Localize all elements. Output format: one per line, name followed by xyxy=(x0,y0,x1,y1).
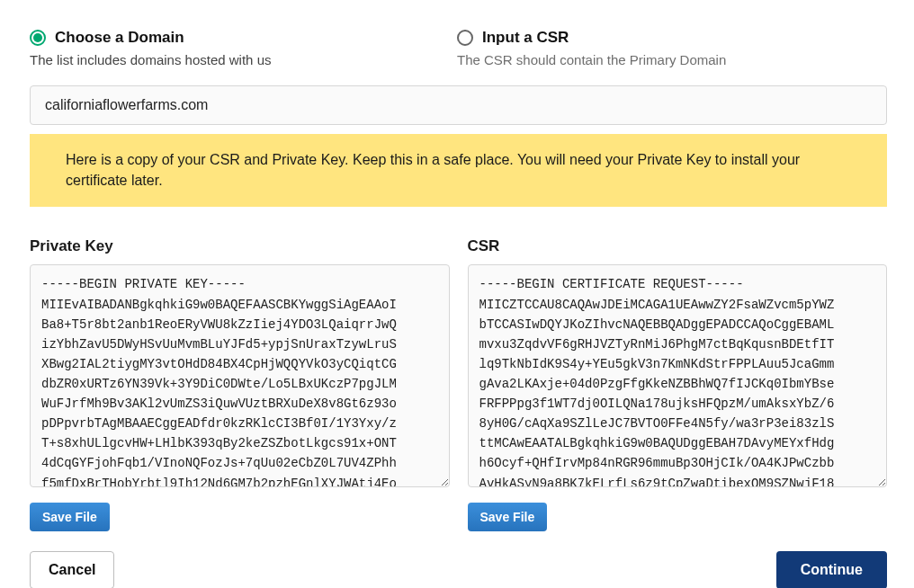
domain-source-options: Choose a Domain The list includes domain… xyxy=(30,29,884,67)
option-title-choose-domain: Choose a Domain xyxy=(55,29,184,47)
private-key-heading: Private Key xyxy=(30,237,450,255)
radio-input-csr[interactable]: Input a CSR xyxy=(457,29,884,47)
option-sub-input-csr: The CSR should contain the Primary Domai… xyxy=(457,52,884,67)
domain-input-container xyxy=(30,85,887,125)
option-sub-choose-domain: The list includes domains hosted with us xyxy=(30,52,457,67)
csr-heading: CSR xyxy=(468,237,888,255)
save-csr-button[interactable]: Save File xyxy=(468,503,548,531)
domain-input[interactable] xyxy=(31,86,886,124)
csr-key-alert: Here is a copy of your CSR and Private K… xyxy=(30,134,887,207)
radio-circle-unselected-icon xyxy=(457,30,473,46)
keys-row: Private Key Save File CSR Save File xyxy=(30,237,887,531)
radio-choose-domain[interactable]: Choose a Domain xyxy=(30,29,457,47)
private-key-textarea[interactable] xyxy=(30,264,450,487)
option-title-input-csr: Input a CSR xyxy=(482,29,569,47)
csr-column: CSR Save File xyxy=(468,237,888,531)
csr-textarea[interactable] xyxy=(468,264,888,487)
radio-circle-selected-icon xyxy=(30,30,46,46)
footer-actions: Cancel Continue xyxy=(30,551,887,588)
cancel-button[interactable]: Cancel xyxy=(30,551,114,588)
private-key-column: Private Key Save File xyxy=(30,237,450,531)
save-private-key-button[interactable]: Save File xyxy=(30,503,110,531)
radio-dot-icon xyxy=(33,33,42,42)
continue-button[interactable]: Continue xyxy=(776,551,887,588)
